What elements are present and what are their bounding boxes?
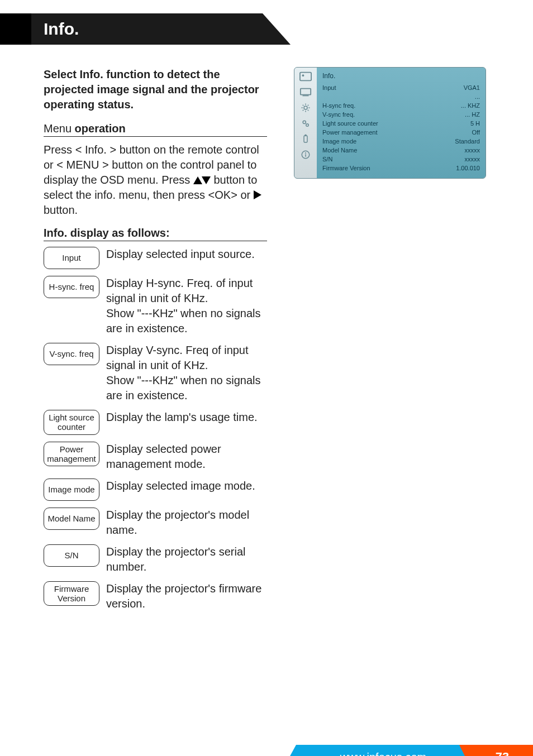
- info-row: Image modeDisplay selected image mode.: [44, 479, 267, 501]
- arrow-up-icon: [193, 176, 202, 184]
- osd-row-key: Light source counter: [322, 120, 378, 127]
- info-row: InputDisplay selected input source.: [44, 247, 267, 269]
- info-row: H-sync. freqDisplay H-sync. Freq. of inp…: [44, 276, 267, 336]
- info-desc: Display the projector's model name.: [106, 508, 267, 538]
- info-desc: Display the projector's serial number.: [106, 544, 267, 575]
- footer-url: www.infocus.com: [283, 745, 484, 756]
- header-bar: Info.: [0, 13, 533, 45]
- osd-row: Firmware Version1.00.010: [322, 164, 480, 173]
- intro-text: Select Info. function to detect the proj…: [44, 67, 267, 112]
- info-label-box: H-sync. freq: [44, 276, 99, 298]
- footer: www.infocus.com 73: [0, 745, 533, 756]
- display-icon: [298, 87, 313, 98]
- footer-page-number: 73: [472, 745, 533, 756]
- usb-icon: [298, 133, 313, 145]
- svg-rect-6: [304, 136, 307, 142]
- arrow-down-icon: [202, 176, 211, 184]
- svg-point-1: [302, 74, 304, 76]
- svg-point-3: [304, 106, 307, 109]
- info-row: Light source counterDisplay the lamp's u…: [44, 410, 267, 435]
- osd-row-value: Off: [472, 129, 480, 136]
- osd-icon-column: [294, 68, 317, 178]
- osd-row-value: 5 H: [470, 120, 480, 127]
- info-label-box: S/N: [44, 544, 99, 567]
- menu-operation-paragraph: Press < Info. > button on the remote con…: [44, 142, 267, 218]
- header-stripe: [0, 13, 31, 45]
- osd-row-value: ... KHZ: [461, 102, 480, 109]
- gear-icon: [298, 102, 313, 113]
- info-desc: Display selected image mode.: [106, 479, 267, 494]
- left-column: Select Info. function to detect the proj…: [44, 67, 267, 618]
- osd-row-key: Model Name: [322, 147, 357, 154]
- osd-row-key: V-sync freq.: [322, 111, 355, 118]
- arrow-right-icon: [254, 190, 261, 199]
- info-desc: Display the projector's firmware version…: [106, 581, 267, 611]
- osd-title: Info.: [322, 72, 480, 80]
- osd-panel: Info. InputVGA1...H-sync freq.... KHZV-s…: [294, 67, 486, 179]
- osd-row-key: Input: [322, 84, 336, 91]
- osd-row: InputVGA1: [322, 83, 480, 92]
- info-label-box: V-sync. freq: [44, 343, 99, 365]
- info-row: V-sync. freqDisplay V-sync. Freq of inpu…: [44, 343, 267, 403]
- heading-light: Menu: [44, 122, 75, 135]
- info-display-heading-text: Info. display as follows:: [44, 227, 170, 239]
- info-desc: Display V-sync. Freq of input signal in …: [106, 343, 267, 403]
- info-row: Power managementDisplay selected power m…: [44, 442, 267, 472]
- page-title: Info.: [44, 13, 79, 45]
- osd-row-value: Standard: [455, 138, 480, 145]
- osd-row-value: xxxxx: [465, 156, 480, 162]
- info-row: S/NDisplay the projector's serial number…: [44, 544, 267, 575]
- info-desc: Display H-sync. Freq. of input signal in…: [106, 276, 267, 336]
- svg-point-9: [305, 152, 306, 154]
- osd-rows: InputVGA1...H-sync freq.... KHZV-sync fr…: [322, 83, 480, 173]
- advanced-gear-icon: [298, 118, 313, 129]
- info-icon: [298, 149, 313, 160]
- info-label-box: Firmware Version: [44, 581, 99, 606]
- svg-rect-0: [300, 73, 311, 81]
- osd-row: H-sync freq.... KHZ: [322, 101, 480, 110]
- osd-row-value: 1.00.010: [456, 165, 480, 171]
- right-column: Info. InputVGA1...H-sync freq.... KHZV-s…: [286, 67, 499, 618]
- info-label-box: Power management: [44, 442, 99, 467]
- info-desc: Display selected power management mode.: [106, 442, 267, 472]
- osd-row: Power managementOff: [322, 128, 480, 137]
- osd-row: S/Nxxxxx: [322, 155, 480, 164]
- image-icon: [298, 71, 313, 82]
- info-label-box: Model Name: [44, 508, 99, 530]
- info-label-box: Light source counter: [44, 410, 99, 435]
- osd-row: Model Namexxxxx: [322, 146, 480, 155]
- menu-operation-heading: Menu operation: [44, 122, 267, 137]
- svg-point-4: [303, 121, 306, 123]
- para-part-3: button.: [44, 204, 78, 216]
- osd-row-key: Firmware Version: [322, 165, 370, 171]
- osd-row-key: H-sync freq.: [322, 102, 355, 109]
- info-row: Firmware VersionDisplay the projector's …: [44, 581, 267, 611]
- info-desc: Display the lamp's usage time.: [106, 410, 267, 425]
- info-row: Model NameDisplay the projector's model …: [44, 508, 267, 538]
- osd-row: V-sync freq.... HZ: [322, 110, 480, 119]
- osd-main: Info. InputVGA1...H-sync freq.... KHZV-s…: [317, 68, 486, 178]
- info-display-heading: Info. display as follows:: [44, 227, 267, 241]
- osd-row-value: VGA1: [464, 84, 480, 91]
- osd-row: Light source counter5 H: [322, 119, 480, 128]
- osd-row-key: Image mode: [322, 138, 356, 145]
- info-table: InputDisplay selected input source.H-syn…: [44, 247, 267, 611]
- info-label-box: Input: [44, 247, 99, 269]
- svg-rect-7: [305, 135, 307, 136]
- svg-point-5: [306, 124, 309, 127]
- info-desc: Display selected input source.: [106, 247, 267, 262]
- osd-row-value: ... HZ: [465, 111, 480, 118]
- osd-row-key: Power management: [322, 129, 377, 136]
- osd-row: Image modeStandard: [322, 137, 480, 146]
- svg-rect-2: [301, 89, 311, 95]
- info-label-box: Image mode: [44, 479, 99, 501]
- osd-row-value: xxxxx: [465, 147, 480, 154]
- osd-row: ...: [322, 92, 480, 101]
- osd-row-value: ...: [475, 93, 480, 100]
- osd-row-key: S/N: [322, 156, 332, 162]
- heading-bold: operation: [75, 122, 126, 135]
